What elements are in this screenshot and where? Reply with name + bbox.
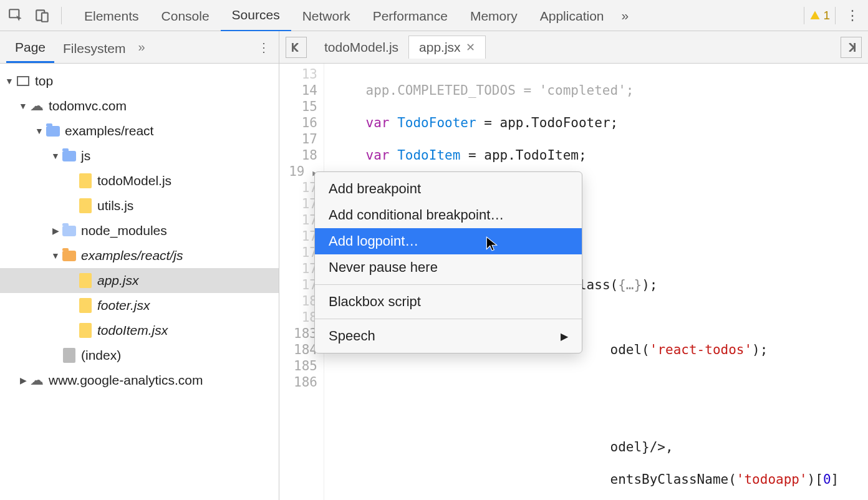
line-number[interactable]: 184	[279, 342, 317, 358]
tree-label: todomvc.com	[49, 99, 127, 113]
line-number[interactable]: 15	[279, 99, 317, 115]
line-number[interactable]: 17	[279, 131, 317, 147]
tree-label: todoModel.js	[97, 173, 171, 188]
line-number[interactable]: 186	[279, 374, 317, 390]
ctx-add-logpoint[interactable]: Add logpoint…	[315, 228, 582, 254]
tree-file-app[interactable]: app.jsx	[0, 268, 279, 293]
sidebar-tab-filesystem[interactable]: Filesystem	[54, 32, 134, 62]
line-number[interactable]: 17	[279, 196, 317, 212]
chevron-down-icon: ▼	[34, 126, 45, 136]
nav-forward-icon[interactable]	[841, 37, 862, 58]
editor-tab-todomodel[interactable]: todoModel.js	[314, 36, 408, 59]
subbar: Page Filesystem » ⋮ todoModel.js app.jsx…	[0, 31, 868, 64]
tree-folder-examples[interactable]: ▼ examples/react	[0, 118, 279, 143]
tree-file-footer[interactable]: footer.jsx	[0, 293, 279, 318]
line-number[interactable]: 183	[279, 325, 317, 342]
editor-tab-label: app.jsx	[419, 40, 461, 55]
sidebar-tab-page[interactable]: Page	[6, 31, 54, 63]
tree-folder-examples-js[interactable]: ▼ examples/react/js	[0, 243, 279, 268]
folder-icon	[61, 148, 77, 164]
warning-count: 1	[823, 9, 830, 22]
line-number[interactable]: 18	[279, 147, 317, 163]
ctx-add-conditional[interactable]: Add conditional breakpoint…	[315, 202, 582, 228]
tab-memory[interactable]: Memory	[459, 0, 529, 31]
tree-host-ga[interactable]: ▶ ☁ www.google-analytics.com	[0, 368, 279, 393]
tree-label: node_modules	[81, 223, 167, 238]
line-number[interactable]: 17	[279, 212, 317, 228]
line-number[interactable]: 17	[279, 228, 317, 244]
tree-file-todoitem[interactable]: todoItem.jsx	[0, 318, 279, 343]
tab-application[interactable]: Application	[529, 0, 615, 31]
tree-label: utils.js	[97, 198, 133, 213]
code-text: entsByClassName(	[610, 472, 736, 487]
tree-file-index[interactable]: (index)	[0, 343, 279, 368]
ctx-add-breakpoint[interactable]: Add breakpoint	[315, 176, 582, 202]
settings-kebab-icon[interactable]: ⋮	[842, 7, 863, 24]
code-text: app.COMPLETED_TODOS = 'completed';	[366, 83, 634, 98]
warning-badge[interactable]: 1	[804, 7, 836, 24]
file-icon	[77, 198, 94, 214]
inspect-icon[interactable]	[5, 4, 27, 27]
device-toggle-icon[interactable]	[31, 4, 54, 27]
tree-label: www.google-analytics.com	[49, 373, 203, 388]
ln-text: 19	[289, 164, 304, 179]
line-number[interactable]: 17	[279, 244, 317, 261]
tree-file-todomodel[interactable]: todoModel.js	[0, 168, 279, 193]
ctx-never-pause[interactable]: Never pause here	[315, 254, 582, 281]
code-type: TodoItem	[397, 148, 460, 163]
tab-performance[interactable]: Performance	[362, 0, 459, 31]
line-number[interactable]: 13	[279, 66, 317, 82]
tree-folder-node-modules[interactable]: ▶ node_modules	[0, 218, 279, 243]
file-icon	[77, 173, 94, 189]
ctx-blackbox[interactable]: Blackbox script	[315, 289, 582, 315]
line-number[interactable]: 17	[279, 261, 317, 277]
sidebar-tabs-overflow[interactable]: »	[138, 40, 145, 54]
code-text: ]	[831, 472, 839, 487]
tree-file-utils[interactable]: utils.js	[0, 193, 279, 218]
editor-tab-app[interactable]: app.jsx ✕	[408, 36, 486, 59]
close-icon[interactable]: ✕	[466, 41, 475, 54]
tab-sources[interactable]: Sources	[221, 0, 291, 32]
tree-label: todoItem.jsx	[97, 323, 168, 338]
mouse-cursor-icon	[485, 236, 499, 256]
chevron-right-icon: ▶	[561, 330, 568, 342]
cloud-icon: ☁	[29, 98, 45, 114]
code-kw: var	[366, 148, 390, 163]
tab-console[interactable]: Console	[150, 0, 221, 31]
line-number[interactable]: 17	[279, 180, 317, 196]
tree-folder-js[interactable]: ▼ js	[0, 143, 279, 168]
tree-host[interactable]: ▼ ☁ todomvc.com	[0, 94, 279, 118]
code-fold[interactable]: {…}	[618, 277, 642, 292]
editor-tabs: todoModel.js app.jsx ✕	[279, 31, 868, 63]
line-number[interactable]: 17	[279, 277, 317, 293]
code-str: 'react-todos'	[650, 342, 752, 357]
file-icon	[77, 272, 94, 289]
code-text: );	[752, 342, 768, 357]
nav-back-icon[interactable]	[286, 37, 307, 58]
tabs-overflow[interactable]: »	[615, 0, 635, 32]
code-text: = app.TodoItem;	[460, 148, 586, 163]
line-number[interactable]: 185	[279, 358, 317, 374]
ctx-speech[interactable]: Speech ▶	[315, 323, 582, 349]
line-number[interactable]: 19 ▶	[279, 163, 317, 180]
line-number[interactable]: 18	[279, 309, 317, 325]
tab-network[interactable]: Network	[291, 0, 362, 31]
tree-top[interactable]: ▼ top	[0, 69, 279, 94]
code-text: );	[642, 277, 657, 292]
sidebar-kebab-icon[interactable]: ⋮	[258, 40, 270, 55]
line-number[interactable]: 14	[279, 82, 317, 99]
chevron-down-icon: ▼	[17, 101, 29, 111]
code-text: odel}/>,	[610, 440, 673, 454]
file-icon	[77, 322, 94, 339]
file-icon	[61, 347, 77, 363]
tab-elements[interactable]: Elements	[73, 0, 150, 31]
devtools-toolbar: Elements Console Sources Network Perform…	[0, 0, 868, 31]
tree-label: top	[35, 74, 53, 89]
tree-label: app.jsx	[97, 273, 139, 288]
line-number[interactable]: 18	[279, 293, 317, 309]
chevron-right-icon: ▶	[17, 375, 29, 385]
line-number[interactable]: 16	[279, 115, 317, 131]
tree-label: js	[81, 148, 90, 163]
divider	[61, 7, 62, 24]
tree-label: (index)	[81, 348, 121, 363]
